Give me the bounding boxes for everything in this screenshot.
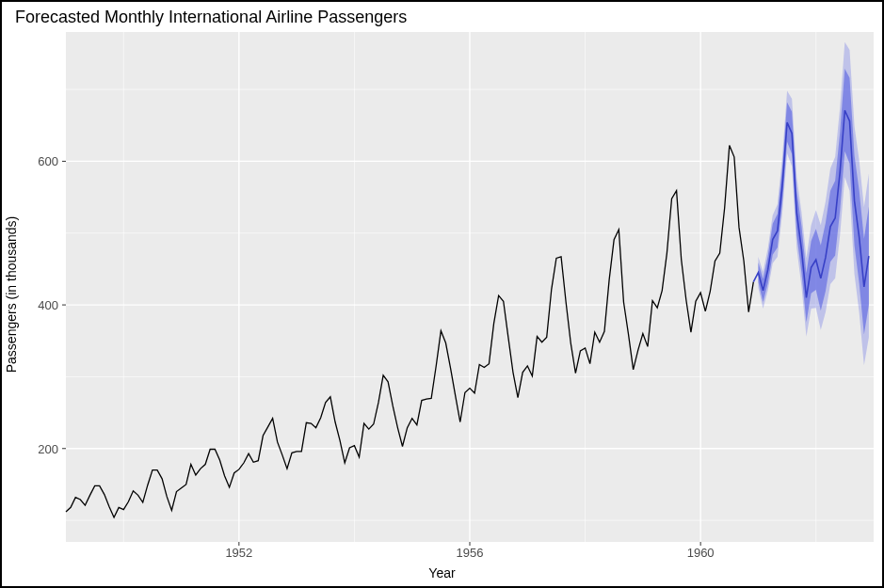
- x-tick-label: 1960: [687, 546, 715, 560]
- chart-title: Forecasted Monthly International Airline…: [15, 8, 407, 27]
- y-axis-label: Passengers (in thousands): [4, 215, 19, 373]
- y-tick-label: 400: [38, 298, 58, 312]
- chart-frame: Forecasted Monthly International Airline…: [0, 0, 884, 588]
- x-axis-label: Year: [428, 565, 455, 580]
- chart-svg: [66, 32, 874, 542]
- plot-panel: [66, 32, 874, 542]
- y-tick-label: 200: [38, 441, 58, 455]
- y-tick-label: 600: [38, 154, 58, 168]
- x-tick-label: 1952: [225, 546, 252, 560]
- x-tick-label: 1956: [457, 546, 484, 560]
